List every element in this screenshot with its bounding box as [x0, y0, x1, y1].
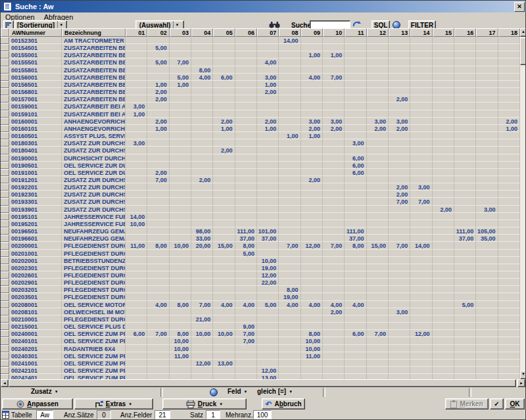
- row-selector[interactable]: [1, 352, 9, 360]
- table-row[interactable]: 00193901ZUSATZ ZUR DURCHSICHT2,003,00: [1, 206, 520, 213]
- column-header-14[interactable]: 14: [410, 28, 432, 37]
- table-row[interactable]: 00156801ZUSATZARBEITEN BEI MEHR2,002,00: [1, 88, 520, 95]
- table-row[interactable]: 00241001OEL SERVICE ZUM PFLEGEDI12,0013,…: [1, 360, 520, 367]
- column-header-awnummer[interactable]: AWNummer: [9, 28, 62, 37]
- table-row[interactable]: 00215001OEL SERVICE PLUS DURCHFL9,00: [1, 323, 520, 330]
- table-row[interactable]: 00180301ZUSATZ ZUR DURCHSICHT LI3,003,00: [1, 139, 520, 147]
- row-selector[interactable]: [1, 213, 9, 220]
- row-selector[interactable]: [1, 51, 9, 58]
- ok-button[interactable]: OK: [505, 398, 525, 409]
- table-row[interactable]: 00240301OEL SERVICE ZUM PFLEGEDI11,0011,…: [1, 352, 520, 360]
- row-selector[interactable]: [1, 345, 9, 352]
- column-header-15[interactable]: 15: [433, 28, 454, 37]
- column-header-bezeichnung[interactable]: Bezeichnung: [62, 28, 126, 37]
- table-row[interactable]: 00190501OEL SERVICE ZUR DURCHSIC6,00: [1, 162, 520, 169]
- row-selector[interactable]: [1, 206, 9, 213]
- table-row[interactable]: 00160101ANHAENGEVORRICHTUNG AB1,001,001,…: [1, 125, 520, 132]
- row-selector[interactable]: [1, 257, 9, 264]
- row-selector[interactable]: [1, 118, 9, 125]
- scroll-down-icon[interactable]: ▼: [520, 371, 526, 379]
- table-row[interactable]: 00160501ASSYST PLUS, SERVICE 21,001,00: [1, 132, 520, 139]
- row-selector[interactable]: [1, 74, 9, 81]
- table-row[interactable]: 00157001ZUSATZARBEITEN BEI MEHR2,002,00: [1, 95, 520, 103]
- table-row[interactable]: 00195201JAHRESSERVICE FUER10,00: [1, 220, 520, 227]
- table-row[interactable]: 00240201RADANTRIEB 6X410,0010,00: [1, 345, 520, 352]
- row-selector[interactable]: [1, 360, 9, 367]
- row-selector[interactable]: [1, 279, 9, 286]
- row-selector[interactable]: [1, 191, 9, 198]
- table-row[interactable]: 00193301ZUSATZ ZUR DURCHSICHT7,007,00: [1, 198, 520, 205]
- column-header-13[interactable]: 13: [389, 28, 410, 37]
- menu-optionen[interactable]: Optionen: [1, 13, 39, 21]
- row-selector[interactable]: [1, 286, 9, 293]
- table-row[interactable]: 00195101JAHRESSERVICE FUER14,00: [1, 213, 520, 220]
- table-row[interactable]: 00240101OEL SERVICE ZUM PFLEGEDI10,007,0…: [1, 337, 520, 344]
- table-row[interactable]: 00201001PFLEGEDIENST DURCHFUEHR5,00: [1, 250, 520, 257]
- row-selector[interactable]: [1, 235, 9, 242]
- row-selector[interactable]: [1, 198, 9, 205]
- column-header-06[interactable]: 06: [235, 28, 257, 37]
- table-row[interactable]: 00202001BETRIEBSSTUNDENZAEHLER10,00: [1, 257, 520, 264]
- table-row[interactable]: 00159101ZUSATZARBEIT BEI ASSYST1,00: [1, 110, 520, 118]
- table-row[interactable]: 00208001OEL SERVICE MOTOROEL - U4,008,00…: [1, 301, 520, 308]
- row-selector[interactable]: [1, 139, 9, 147]
- table-row[interactable]: 00154501ZUSATZARBEITEN BEI MEHR5,00: [1, 44, 520, 51]
- table-row[interactable]: 00196601NEUFAHRZEUG GEMAESS PA33,0037,00…: [1, 235, 520, 242]
- column-header-09[interactable]: 09: [301, 28, 323, 37]
- table-row[interactable]: 00202301PFLEGEDIENST DURCHFUEHR19,00: [1, 264, 520, 271]
- scroll-right-icon[interactable]: ►: [517, 379, 525, 387]
- row-selector[interactable]: [1, 323, 9, 330]
- table-row[interactable]: 00240001OEL SERVICE ZUM PFLEGEDI6,007,00…: [1, 330, 520, 337]
- feld-menubutton[interactable]: Feld ▼: [227, 388, 248, 395]
- table-row[interactable]: 00156001ZUSATZARBEITEN BEI MEHR5,004,006…: [1, 74, 520, 81]
- druck-button[interactable]: Druck ▼: [162, 398, 247, 409]
- row-selector[interactable]: [1, 103, 9, 110]
- row-selector[interactable]: [1, 264, 9, 271]
- row-selector[interactable]: [1, 242, 9, 249]
- column-header-03[interactable]: 03: [170, 28, 191, 37]
- row-selector[interactable]: [1, 315, 9, 323]
- table-row[interactable]: 00196501NEUFAHRZEUG GEMAESS PA98,00111,0…: [1, 227, 520, 235]
- table-row[interactable]: 00208101OELWECHSEL IM MOTOR2,003,00: [1, 308, 520, 315]
- menu-abfragen[interactable]: Abfragen: [39, 13, 78, 21]
- table-row[interactable]: 00155801ZUSATZARBEITEN BEI 60.0008,00: [1, 66, 520, 74]
- row-selector[interactable]: [1, 147, 9, 154]
- column-header-07[interactable]: 07: [257, 28, 279, 37]
- merken-button[interactable]: Merken: [445, 398, 489, 409]
- row-selector[interactable]: [1, 330, 9, 337]
- row-selector[interactable]: [1, 301, 9, 308]
- row-selector[interactable]: [1, 169, 9, 176]
- globe-icon[interactable]: [210, 388, 218, 396]
- table-row[interactable]: 00159001ZUSATZARBEIT BEI ASSYST3,00: [1, 103, 520, 110]
- anpassen-button[interactable]: Anpassen: [2, 398, 73, 409]
- column-header-05[interactable]: 05: [213, 28, 235, 37]
- abbruch-button[interactable]: ↶ Abbruch: [262, 398, 305, 409]
- table-row[interactable]: 00191001OEL SERVICE ZUR DURCHSIC2,006,00: [1, 169, 520, 176]
- gleich-menubutton[interactable]: gleich [=] ▼: [257, 388, 293, 395]
- row-selector[interactable]: [1, 88, 9, 95]
- column-header-11[interactable]: 11: [345, 28, 366, 37]
- row-selector[interactable]: [1, 110, 9, 118]
- row-selector[interactable]: [1, 337, 9, 344]
- close-icon[interactable]: ✕: [514, 2, 525, 12]
- column-header-16[interactable]: 16: [454, 28, 476, 37]
- row-selector[interactable]: [1, 183, 9, 191]
- column-header-10[interactable]: 10: [323, 28, 345, 37]
- row-selector[interactable]: [1, 220, 9, 227]
- row-selector[interactable]: [1, 154, 9, 162]
- table-row[interactable]: 00192301ZUSATZ ZUR DURCHSICHT2,00: [1, 191, 520, 198]
- row-selector[interactable]: [1, 308, 9, 315]
- table-row[interactable]: 00210001PFLEGEDIENST DURCHFUEHR21,00: [1, 315, 520, 323]
- row-selector[interactable]: [1, 250, 9, 257]
- row-selector[interactable]: [1, 81, 9, 88]
- column-header-02[interactable]: 02: [147, 28, 169, 37]
- table-row[interactable]: 00202601PFLEGEDIENST DURCHFUEHR12,00: [1, 271, 520, 279]
- confirm-check-button[interactable]: ✓: [490, 398, 504, 409]
- title-bar[interactable]: Suche : Aw ✕: [1, 1, 526, 12]
- row-selector[interactable]: [1, 132, 9, 139]
- row-selector[interactable]: [1, 95, 9, 103]
- table-row[interactable]: 00203201PFLEGEDIENST DURCHFUEHR8,00: [1, 286, 520, 293]
- row-selector[interactable]: [1, 374, 9, 379]
- table-row[interactable]: 00192201ZUSATZ ZUR DURCHSICHT2,003,00: [1, 183, 520, 191]
- zusatz-menubutton[interactable]: Zusatz ▼: [31, 388, 59, 395]
